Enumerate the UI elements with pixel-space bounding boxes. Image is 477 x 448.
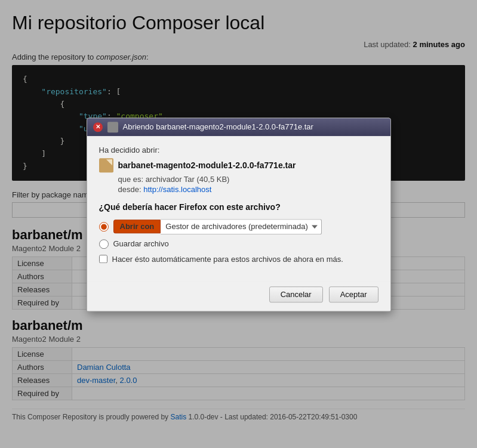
save-file-option: Guardar archivo: [99, 239, 378, 249]
file-open-dialog: ✕ Abriendo barbanet-magento2-module1-2.0…: [87, 118, 391, 311]
dialog-meta-source: desde: http://satis.localhost: [118, 185, 378, 194]
save-file-label[interactable]: Guardar archivo: [113, 239, 169, 248]
dialog-close-button[interactable]: ✕: [93, 122, 103, 132]
open-with-radio[interactable]: [99, 222, 109, 231]
dialog-buttons: Cancelar Aceptar: [87, 282, 390, 311]
accept-button[interactable]: Aceptar: [329, 286, 378, 302]
open-with-label[interactable]: Abrir con: [113, 220, 161, 233]
dialog-title-icon: [107, 122, 118, 132]
dialog-decided-text: Ha decidido abrir:: [99, 146, 378, 155]
save-file-radio[interactable]: [99, 239, 109, 249]
dialog-body: Ha decidido abrir: barbanet-magento2-mod…: [87, 136, 390, 282]
cancel-button[interactable]: Cancelar: [269, 286, 323, 302]
dialog-source-url[interactable]: http://satis.localhost: [143, 185, 211, 194]
open-with-row: Abrir con Gestor de archivadores (predet…: [113, 219, 322, 234]
dialog-titlebar: ✕ Abriendo barbanet-magento2-module1-2.0…: [87, 118, 390, 136]
auto-option: Hacer ésto automáticamente para estos ar…: [99, 255, 378, 264]
dialog-question: ¿Qué debería hacer Firefox con este arch…: [99, 202, 378, 212]
dialog-filename-row: barbanet-magento2-module1-2.0.0-fa771e.t…: [99, 158, 378, 172]
file-icon: [99, 158, 113, 172]
auto-label[interactable]: Hacer ésto automáticamente para estos ar…: [112, 255, 343, 264]
dialog-title-text: Abriendo barbanet-magento2-module1-2.0.0…: [123, 122, 313, 131]
open-with-select[interactable]: Gestor de archivadores (predeterminada): [161, 219, 322, 234]
auto-checkbox[interactable]: [99, 255, 107, 263]
open-with-option: Abrir con Gestor de archivadores (predet…: [99, 219, 378, 234]
dialog-meta-type: que es: archivador Tar (40,5 KB): [118, 175, 378, 184]
dialog-filename: barbanet-magento2-module1-2.0.0-fa771e.t…: [118, 160, 296, 170]
